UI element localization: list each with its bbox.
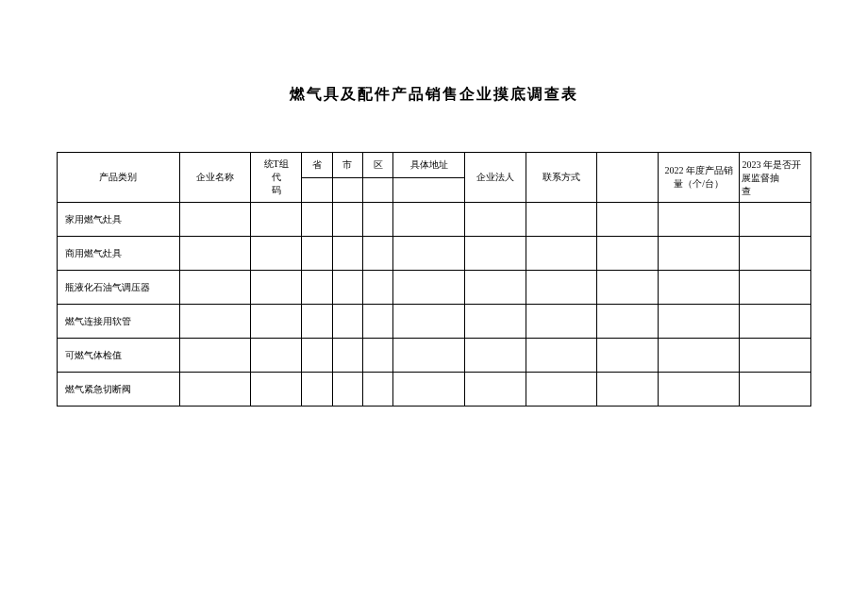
header-inspect-line3: 查 xyxy=(742,185,809,198)
cell xyxy=(464,373,526,407)
cell xyxy=(332,339,362,373)
cell xyxy=(526,203,597,237)
row-label: 燃气连接用软管 xyxy=(58,305,180,339)
cell xyxy=(251,339,302,373)
cell xyxy=(302,237,332,271)
header-address-sub xyxy=(393,177,465,203)
cell xyxy=(659,305,740,339)
cell xyxy=(464,305,526,339)
cell xyxy=(393,339,465,373)
cell xyxy=(332,373,362,407)
cell xyxy=(740,237,811,271)
header-legal-person: 企业法人 xyxy=(464,153,526,203)
cell xyxy=(740,339,811,373)
row-label: 可燃气体检值 xyxy=(58,339,180,373)
table-row: 商用燃气灶具 xyxy=(58,237,811,271)
header-province: 省 xyxy=(302,153,332,178)
table-row: 燃气紧急切断阀 xyxy=(58,373,811,407)
cell xyxy=(251,305,302,339)
cell xyxy=(464,339,526,373)
cell xyxy=(464,237,526,271)
header-district-sub xyxy=(362,177,392,203)
header-sales-line2: 量（个/台） xyxy=(660,177,737,191)
cell xyxy=(302,373,332,407)
row-label: 瓶液化石油气调压器 xyxy=(58,271,180,305)
cell xyxy=(179,203,251,237)
cell xyxy=(302,305,332,339)
cell xyxy=(740,271,811,305)
header-inspect-line1: 2023 年是否开 xyxy=(742,158,809,172)
cell xyxy=(526,305,597,339)
cell xyxy=(659,339,740,373)
header-category: 产品类别 xyxy=(58,153,180,203)
cell xyxy=(526,237,597,271)
cell xyxy=(179,339,251,373)
cell xyxy=(362,339,392,373)
header-company-name: 企业名称 xyxy=(179,153,251,203)
cell xyxy=(393,237,465,271)
header-code: 统T组 代 码 xyxy=(251,153,302,203)
cell xyxy=(179,271,251,305)
cell xyxy=(332,237,362,271)
header-sales: 2022 年度产品销 量（个/台） xyxy=(659,153,740,203)
cell xyxy=(251,237,302,271)
cell xyxy=(597,373,659,407)
header-inspect: 2023 年是否开 展监督抽 查 xyxy=(740,153,811,203)
cell xyxy=(251,373,302,407)
cell xyxy=(464,271,526,305)
cell xyxy=(597,305,659,339)
cell xyxy=(251,203,302,237)
header-inspect-line2: 展监督抽 xyxy=(742,172,809,185)
cell xyxy=(332,203,362,237)
cell xyxy=(362,271,392,305)
cell xyxy=(659,203,740,237)
header-code-line2: 代 xyxy=(253,171,299,184)
cell xyxy=(740,373,811,407)
cell xyxy=(659,271,740,305)
cell xyxy=(740,305,811,339)
cell xyxy=(302,203,332,237)
row-label: 商用燃气灶具 xyxy=(58,237,180,271)
table-row: 可燃气体检值 xyxy=(58,339,811,373)
cell xyxy=(659,237,740,271)
header-city-sub xyxy=(332,177,362,203)
table-row: 家用燃气灶具 xyxy=(58,203,811,237)
header-blank xyxy=(597,153,659,203)
cell xyxy=(393,271,465,305)
table-row: 瓶液化石油气调压器 xyxy=(58,271,811,305)
row-label: 家用燃气灶具 xyxy=(58,203,180,237)
cell xyxy=(332,271,362,305)
cell xyxy=(740,203,811,237)
header-sales-line1: 2022 年度产品销 xyxy=(660,164,737,177)
cell xyxy=(179,373,251,407)
document-title: 燃气具及配件产品销售企业摸底调查表 xyxy=(57,85,811,105)
cell xyxy=(251,271,302,305)
cell xyxy=(179,237,251,271)
cell xyxy=(302,339,332,373)
cell xyxy=(362,305,392,339)
cell xyxy=(526,373,597,407)
header-district: 区 xyxy=(362,153,392,178)
cell xyxy=(179,305,251,339)
table-row: 燃气连接用软管 xyxy=(58,305,811,339)
cell xyxy=(526,339,597,373)
cell xyxy=(464,203,526,237)
header-city: 市 xyxy=(332,153,362,178)
cell xyxy=(597,339,659,373)
cell xyxy=(393,373,465,407)
header-address: 具体地址 xyxy=(393,153,465,178)
cell xyxy=(362,237,392,271)
cell xyxy=(362,373,392,407)
cell xyxy=(597,271,659,305)
survey-table: 产品类别 企业名称 统T组 代 码 省 市 区 具体地址 企业法人 联系方式 2… xyxy=(57,152,811,407)
header-contact: 联系方式 xyxy=(526,153,597,203)
cell xyxy=(597,203,659,237)
header-code-line1: 统T组 xyxy=(253,158,299,171)
header-province-sub xyxy=(302,177,332,203)
cell xyxy=(332,305,362,339)
cell xyxy=(597,237,659,271)
row-label: 燃气紧急切断阀 xyxy=(58,373,180,407)
cell xyxy=(393,203,465,237)
cell xyxy=(526,271,597,305)
cell xyxy=(362,203,392,237)
